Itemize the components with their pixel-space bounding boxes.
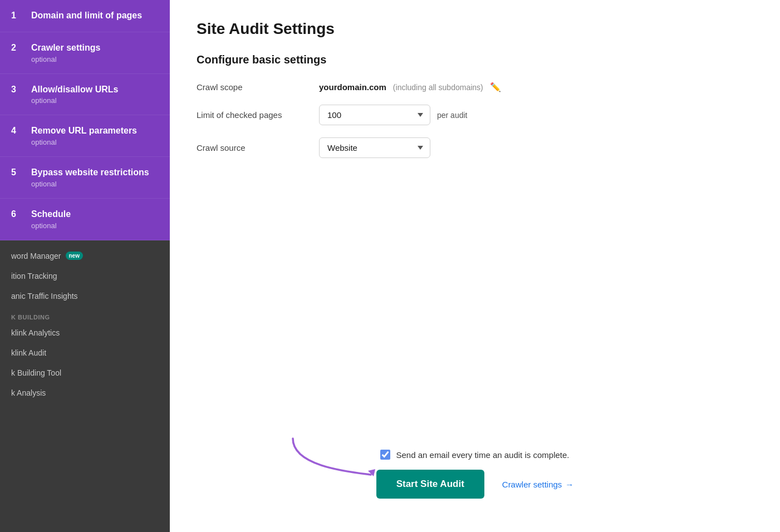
sidebar-step-3[interactable]: 3 Allow/disallow URLs optional — [0, 74, 170, 116]
edit-domain-icon[interactable]: ✏️ — [490, 82, 501, 92]
sidebar-steps: 1 Domain and limit of pages 2 Crawler se… — [0, 0, 170, 240]
sidebar-nav-position-tracking[interactable]: ition Tracking — [0, 266, 170, 286]
email-row: Send an email every time an audit is com… — [380, 450, 569, 460]
per-audit-label: per audit — [437, 111, 467, 120]
step-subtitle-4: optional — [31, 138, 137, 146]
crawl-scope-value: yourdomain.com (including all subdomains… — [319, 82, 501, 92]
sidebar: 1 Domain and limit of pages 2 Crawler se… — [0, 0, 170, 532]
backlink-analytics-label: klink Analytics — [11, 328, 60, 337]
step-title-6: Schedule — [31, 209, 71, 220]
page-title: Site Audit Settings — [197, 20, 753, 38]
step-title-4: Remove URL parameters — [31, 125, 137, 137]
section-title: Configure basic settings — [197, 53, 753, 66]
crawler-settings-arrow: → — [565, 480, 573, 489]
sidebar-step-6[interactable]: 6 Schedule optional — [0, 199, 170, 240]
step-number-5: 5 — [11, 168, 24, 178]
domain-subdomain-label: (including all subdomains) — [393, 83, 483, 92]
section-label-building: K BUILDING — [0, 306, 170, 323]
crawler-settings-link[interactable]: Crawler settings → — [502, 480, 574, 489]
sidebar-nav-word-manager[interactable]: word Manager new — [0, 246, 170, 266]
sidebar-nav-building-tool[interactable]: k Building Tool — [0, 363, 170, 383]
limit-label: Limit of checked pages — [197, 110, 319, 120]
step-number-4: 4 — [11, 126, 24, 136]
analysis-label: k Analysis — [11, 388, 46, 397]
email-label: Send an email every time an audit is com… — [396, 450, 569, 460]
crawl-scope-row: Crawl scope yourdomain.com (including al… — [197, 82, 753, 92]
limit-pages-row: Limit of checked pages 100 500 1000 5000… — [197, 105, 753, 125]
sidebar-step-4[interactable]: 4 Remove URL parameters optional — [0, 115, 170, 157]
crawl-source-dropdown[interactable]: Website Sitemap — [319, 137, 430, 158]
step-number-3: 3 — [11, 85, 24, 95]
word-manager-label: word Manager — [11, 252, 61, 260]
action-row: Start Site Audit Crawler settings → — [376, 470, 574, 499]
step-number-2: 2 — [11, 43, 24, 53]
sidebar-lower-nav: word Manager new ition Tracking anic Tra… — [0, 240, 170, 532]
sidebar-nav-backlink-audit[interactable]: klink Audit — [0, 343, 170, 363]
step-title-5: Bypass website restrictions — [31, 167, 149, 179]
step-subtitle-6: optional — [31, 221, 71, 230]
main-content: Site Audit Settings Configure basic sett… — [170, 0, 780, 532]
sidebar-step-1[interactable]: 1 Domain and limit of pages — [0, 0, 170, 32]
step-title-2: Crawler settings — [31, 42, 100, 54]
sidebar-step-5[interactable]: 5 Bypass website restrictions optional — [0, 157, 170, 199]
position-tracking-label: ition Tracking — [11, 272, 57, 280]
crawl-source-label: Crawl source — [197, 143, 319, 152]
step-subtitle-5: optional — [31, 180, 149, 188]
new-badge: new — [66, 252, 83, 260]
email-checkbox[interactable] — [380, 450, 390, 460]
domain-text: yourdomain.com — [319, 82, 386, 92]
sidebar-nav-backlink-analytics[interactable]: klink Analytics — [0, 323, 170, 343]
organic-traffic-label: anic Traffic Insights — [11, 292, 78, 301]
sidebar-nav-organic-traffic[interactable]: anic Traffic Insights — [0, 286, 170, 306]
step-number-6: 6 — [11, 209, 24, 219]
sidebar-nav-analysis[interactable]: k Analysis — [0, 383, 170, 403]
crawl-source-value-group: Website Sitemap — [319, 137, 430, 158]
start-audit-button[interactable]: Start Site Audit — [376, 470, 484, 499]
building-tool-label: k Building Tool — [11, 368, 61, 377]
backlink-audit-label: klink Audit — [11, 348, 46, 357]
limit-value-group: 100 500 1000 5000 per audit — [319, 105, 467, 125]
step-title-1: Domain and limit of pages — [31, 10, 142, 22]
sidebar-step-2[interactable]: 2 Crawler settings optional — [0, 32, 170, 74]
bottom-area: Send an email every time an audit is com… — [170, 450, 780, 499]
crawl-scope-label: Crawl scope — [197, 82, 319, 92]
crawler-settings-label: Crawler settings — [502, 480, 562, 489]
step-subtitle-3: optional — [31, 96, 118, 105]
limit-dropdown[interactable]: 100 500 1000 5000 — [319, 105, 430, 125]
svg-marker-0 — [368, 469, 375, 476]
step-subtitle-2: optional — [31, 55, 100, 63]
step-title-3: Allow/disallow URLs — [31, 84, 118, 96]
crawl-source-row: Crawl source Website Sitemap — [197, 137, 753, 158]
step-number-1: 1 — [11, 11, 24, 21]
